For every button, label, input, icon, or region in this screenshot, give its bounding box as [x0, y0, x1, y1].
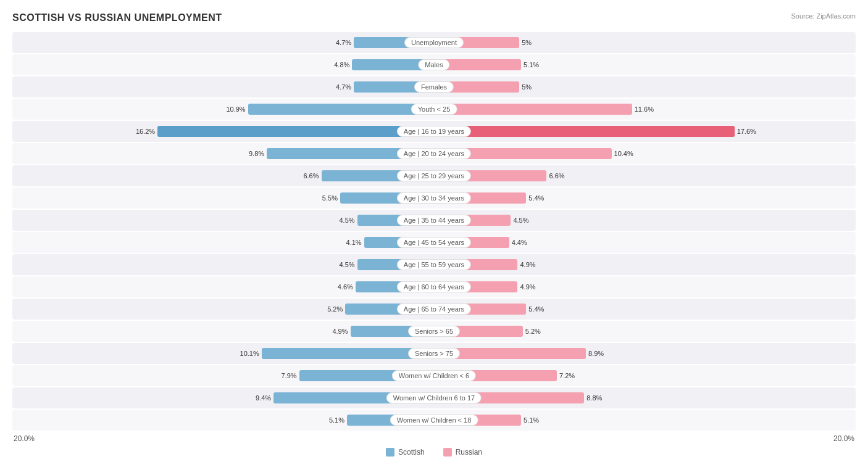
value-right: 8.8% [586, 394, 602, 402]
right-section: 8.8% [434, 389, 775, 407]
value-left: 4.9% [332, 328, 348, 335]
right-section: 4.4% [434, 234, 775, 251]
value-right: 5.4% [528, 305, 544, 313]
right-section: 4.5% [434, 212, 775, 229]
row-label: Age | 25 to 29 years [397, 170, 471, 181]
left-section: 4.1% [93, 234, 434, 251]
row-label: Age | 55 to 59 years [397, 259, 471, 270]
row-label: Age | 45 to 54 years [397, 237, 471, 248]
chart-row: 4.7% Unemployment 5% [12, 32, 856, 53]
value-right: 5% [522, 83, 532, 91]
axis-row: 20.0% 20.0% [12, 434, 856, 443]
right-section: 8.9% [434, 345, 775, 362]
value-left: 10.1% [240, 350, 259, 357]
left-section: 5.5% [93, 189, 434, 207]
right-section: 5.2% [434, 323, 775, 340]
value-left: 9.4% [256, 394, 271, 402]
chart-row: 4.5% Age | 55 to 59 years 4.9% [12, 254, 856, 275]
chart-row: 9.8% Age | 20 to 24 years 10.4% [12, 143, 856, 164]
bar-right: 17.6% [434, 126, 735, 137]
legend-label-russian: Russian [456, 448, 482, 457]
value-right: 4.5% [513, 217, 528, 224]
axis-right: 20.0% [833, 434, 854, 443]
value-left: 5.1% [329, 416, 344, 424]
chart-row: 10.9% Youth < 25 11.6% [12, 99, 856, 120]
value-right: 5.1% [524, 61, 539, 68]
left-section: 7.9% [93, 367, 434, 384]
value-left: 6.6% [303, 172, 319, 180]
chart-row: 4.1% Age | 45 to 54 years 4.4% [12, 232, 856, 253]
chart-title: SCOTTISH VS RUSSIAN UNEMPLOYMENT [12, 12, 222, 23]
right-section: 5.4% [434, 189, 775, 207]
chart-row: 4.5% Age | 35 to 44 years 4.5% [12, 210, 856, 231]
row-label: Age | 65 to 74 years [397, 304, 471, 315]
chart-row: 4.7% Females 5% [12, 76, 856, 97]
chart-row: 5.2% Age | 65 to 74 years 5.4% [12, 299, 856, 320]
row-label: Women w/ Children < 18 [390, 415, 478, 426]
right-section: 5% [434, 78, 775, 96]
left-section: 10.1% [93, 345, 434, 362]
value-right: 17.6% [737, 128, 756, 135]
row-label: Females [414, 81, 454, 93]
value-right: 6.6% [549, 172, 564, 180]
value-left: 4.7% [336, 83, 351, 91]
chart-container: SCOTTISH VS RUSSIAN UNEMPLOYMENT Source:… [0, 0, 868, 463]
value-left: 4.5% [340, 261, 355, 268]
right-section: 5.1% [434, 56, 775, 73]
left-section: 4.9% [93, 323, 434, 340]
value-right: 5.1% [524, 416, 539, 424]
left-section: 5.2% [93, 300, 434, 318]
value-left: 16.2% [136, 128, 155, 135]
value-right: 5.2% [525, 328, 541, 335]
value-right: 4.9% [520, 261, 535, 268]
value-right: 4.4% [512, 239, 527, 246]
chart-row: 4.6% Age | 60 to 64 years 4.9% [12, 276, 856, 297]
value-left: 10.9% [226, 105, 245, 113]
right-section: 5.4% [434, 300, 775, 318]
row-label: Women w/ Children < 6 [392, 370, 476, 381]
right-section: 17.6% [434, 123, 775, 140]
left-section: 4.6% [93, 278, 434, 295]
left-section: 4.5% [93, 256, 434, 273]
row-label: Age | 35 to 44 years [397, 215, 471, 226]
right-section: 11.6% [434, 101, 775, 118]
bar-left: 10.9% [248, 104, 434, 115]
right-section: 4.9% [434, 278, 775, 295]
chart-row: 5.1% Women w/ Children < 18 5.1% [12, 410, 856, 431]
value-right: 7.2% [559, 372, 575, 379]
left-section: 6.6% [93, 167, 434, 184]
value-left: 4.6% [338, 283, 353, 291]
value-right: 5% [522, 39, 532, 46]
left-section: 5.1% [93, 411, 434, 429]
left-section: 9.4% [93, 389, 434, 407]
row-label: Women w/ Children 6 to 17 [386, 392, 482, 403]
right-section: 4.9% [434, 256, 775, 273]
right-section: 5.1% [434, 411, 775, 429]
value-left: 5.2% [327, 305, 343, 313]
left-section: 16.2% [93, 123, 434, 140]
row-label: Males [418, 59, 449, 70]
left-section: 4.7% [93, 78, 434, 96]
left-section: 10.9% [93, 101, 434, 118]
row-label: Age | 16 to 19 years [397, 126, 471, 137]
left-section: 9.8% [93, 145, 434, 162]
right-section: 10.4% [434, 145, 775, 162]
legend-item-scottish: Scottish [386, 448, 425, 457]
value-right: 10.4% [614, 150, 633, 157]
row-label: Age | 60 to 64 years [397, 281, 471, 292]
legend-color-russian [443, 448, 452, 457]
right-section: 7.2% [434, 367, 775, 384]
left-section: 4.7% [93, 34, 434, 51]
legend-item-russian: Russian [443, 448, 482, 457]
chart-row: 4.9% Seniors > 65 5.2% [12, 321, 856, 342]
chart-row: 6.6% Age | 25 to 29 years 6.6% [12, 165, 856, 186]
chart-row: 4.8% Males 5.1% [12, 54, 856, 75]
axis-left: 20.0% [14, 434, 35, 443]
right-section: 5% [434, 34, 775, 51]
value-left: 4.8% [334, 61, 349, 68]
value-right: 11.6% [635, 105, 654, 113]
value-left: 4.1% [346, 239, 362, 246]
chart-row: 7.9% Women w/ Children < 6 7.2% [12, 365, 856, 386]
value-right: 8.9% [588, 350, 604, 357]
bars-area: 4.7% Unemployment 5% 4.8% Males [12, 32, 856, 431]
